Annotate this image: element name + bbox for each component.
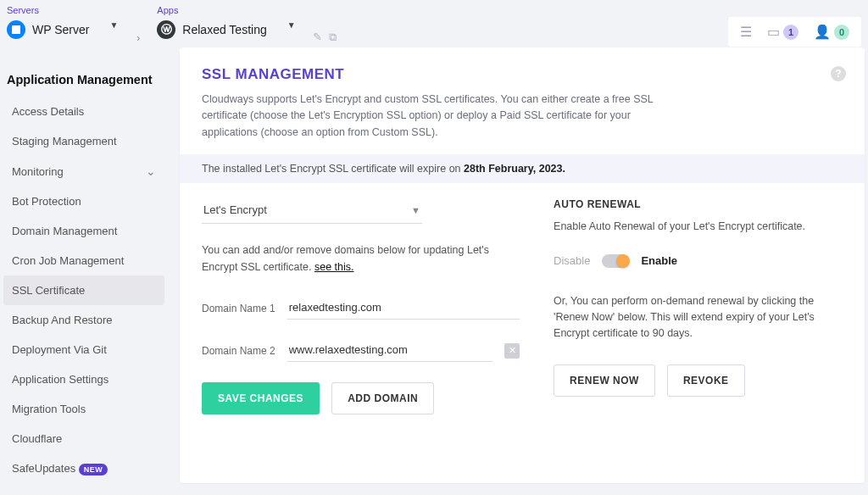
enable-label: Enable <box>641 254 677 267</box>
sidebar-item-label: Bot Protection <box>12 195 81 208</box>
save-changes-button[interactable]: SAVE CHANGES <box>202 382 320 414</box>
renew-description: Or, You can perform on-demand renewal by… <box>554 293 843 342</box>
sidebar-item-label: Cloudflare <box>12 432 62 445</box>
caret-down-icon: ▼ <box>109 20 118 30</box>
disable-label: Disable <box>554 254 590 267</box>
sidebar-item-ssl-certificate[interactable]: SSL Certificate <box>3 275 164 305</box>
app-name: Relaxed Testing <box>182 23 266 36</box>
see-this-link[interactable]: see this. <box>314 261 354 273</box>
sidebar-item-bot-protection[interactable]: Bot Protection <box>3 186 164 216</box>
certificate-type-select[interactable]: Let's Encrypt ▼ <box>202 198 422 224</box>
remove-domain-button[interactable]: ✕ <box>504 343 520 359</box>
sidebar-item-label: Deployment Via Git <box>12 343 107 356</box>
edit-icon[interactable]: ✎ <box>313 31 322 44</box>
domain1-label: Domain Name 1 <box>202 303 275 320</box>
sidebar-item-staging[interactable]: Staging Management <box>3 126 164 156</box>
sidebar-item-migration-tools[interactable]: Migration Tools <box>3 394 164 424</box>
sidebar-item-safeupdates[interactable]: SafeUpdates NEW <box>3 453 164 483</box>
server-name: WP Server <box>32 23 89 36</box>
page-title: SSL MANAGEMENT <box>202 66 843 83</box>
sidebar-item-cloudflare[interactable]: Cloudflare <box>3 424 164 453</box>
domain2-input[interactable] <box>287 340 492 362</box>
auto-renewal-title: AUTO RENEWAL <box>554 198 843 210</box>
revoke-button[interactable]: REVOKE <box>667 364 745 397</box>
sidebar-item-domain-management[interactable]: Domain Management <box>3 216 164 246</box>
sidebar-item-label: Staging Management <box>12 135 117 147</box>
expiry-pretext: The installed Let's Encrypt SSL certific… <box>202 163 464 175</box>
external-link-icon[interactable]: ⧉ <box>329 31 337 44</box>
sidebar-item-label: Cron Job Management <box>12 254 124 267</box>
sidebar-item-label: Migration Tools <box>12 403 86 415</box>
new-badge: NEW <box>79 464 108 476</box>
help-icon[interactable]: ? <box>831 66 846 81</box>
page-description: Cloudways supports Let's Encrypt and cus… <box>202 92 676 141</box>
sidebar-item-access-details[interactable]: Access Details <box>3 97 164 126</box>
expiry-notice: The installed Let's Encrypt SSL certific… <box>180 154 865 183</box>
sidebar-item-monitoring[interactable]: Monitoring <box>3 156 164 186</box>
sidebar-item-label: Domain Management <box>12 225 117 237</box>
apps-count-badge: 1 <box>783 25 798 40</box>
chevron-right-icon: › <box>136 32 140 44</box>
apps-breadcrumb[interactable]: Apps <box>157 5 295 15</box>
domain2-label: Domain Name 2 <box>202 345 275 362</box>
list-view-icon[interactable]: ☰ <box>740 24 752 40</box>
auto-renewal-subtitle: Enable Auto Renewal of your Let's Encryp… <box>554 219 843 235</box>
user-icon: 👤 <box>814 24 831 40</box>
sidebar-item-backup-restore[interactable]: Backup And Restore <box>3 305 164 335</box>
servers-breadcrumb[interactable]: Servers <box>7 5 118 15</box>
sidebar-item-label: Backup And Restore <box>12 314 113 326</box>
add-domain-button[interactable]: ADD DOMAIN <box>331 382 434 414</box>
renew-now-button[interactable]: RENEW NOW <box>554 364 655 397</box>
sidebar-item-deployment-git[interactable]: Deployment Via Git <box>3 335 164 364</box>
folder-icon: ▭ <box>767 24 780 40</box>
caret-down-icon: ▼ <box>287 20 296 30</box>
expiry-date: 28th February, 2023. <box>464 163 565 175</box>
sidebar-heading: Application Management <box>7 73 164 86</box>
certificate-type-value: Let's Encrypt <box>203 203 267 216</box>
users-count-badge: 0 <box>834 25 849 40</box>
app-selector[interactable]: ⓦ Relaxed Testing ▼ <box>157 20 295 39</box>
sidebar-item-label: Access Details <box>12 105 84 118</box>
sidebar-item-label: SafeUpdates <box>12 462 75 475</box>
sidebar-item-cron-job[interactable]: Cron Job Management <box>3 246 164 275</box>
users-icon[interactable]: 👤 0 <box>814 24 849 40</box>
server-selector[interactable]: WP Server ▼ <box>7 20 118 39</box>
domain1-input[interactable] <box>287 298 520 320</box>
applications-icon[interactable]: ▭ 1 <box>767 24 798 40</box>
sidebar-item-label: SSL Certificate <box>12 284 85 297</box>
sidebar-item-label: Application Settings <box>12 373 108 386</box>
auto-renewal-toggle[interactable] <box>602 254 629 268</box>
digitalocean-icon <box>7 20 25 39</box>
sidebar-item-label: Monitoring <box>12 165 64 178</box>
sidebar-item-application-settings[interactable]: Application Settings <box>3 364 164 394</box>
wordpress-icon: ⓦ <box>157 20 175 39</box>
caret-down-icon: ▼ <box>411 205 420 215</box>
